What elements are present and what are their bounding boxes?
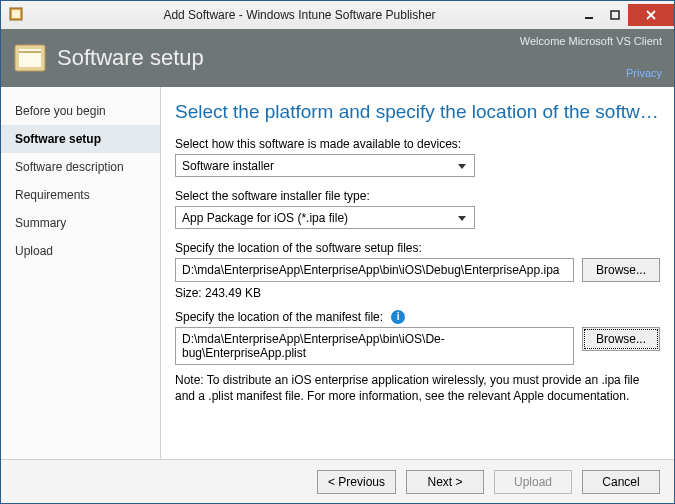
sidebar: Before you begin Software setup Software… [1, 87, 161, 459]
previous-button[interactable]: < Previous [317, 470, 396, 494]
filetype-label: Select the software installer file type: [175, 189, 660, 203]
manifest-location-label: Specify the location of the manifest fil… [175, 310, 383, 324]
titlebar: Add Software - Windows Intune Software P… [1, 1, 674, 29]
sidebar-item-requirements[interactable]: Requirements [1, 181, 160, 209]
maximize-button[interactable] [602, 4, 628, 26]
page-title: Select the platform and specify the loca… [175, 101, 660, 123]
filetype-select[interactable]: App Package for iOS (*.ipa file) [175, 206, 475, 229]
svg-rect-8 [19, 51, 41, 53]
banner: Software setup Welcome Microsoft VS Clie… [1, 29, 674, 87]
sidebar-item-upload[interactable]: Upload [1, 237, 160, 265]
body: Before you begin Software setup Software… [1, 87, 674, 459]
sidebar-item-software-description[interactable]: Software description [1, 153, 160, 181]
filetype-value: App Package for iOS (*.ipa file) [182, 211, 348, 225]
main-panel: Select the platform and specify the loca… [161, 87, 674, 459]
banner-title: Software setup [57, 45, 204, 71]
banner-icon [13, 41, 47, 75]
manifest-location-value: D:\mda\EnterpriseApp\EnterpriseApp\bin\i… [182, 332, 445, 360]
sidebar-item-summary[interactable]: Summary [1, 209, 160, 237]
cancel-button[interactable]: Cancel [582, 470, 660, 494]
window-root: Add Software - Windows Intune Software P… [0, 0, 675, 504]
setup-location-label: Specify the location of the software set… [175, 241, 660, 255]
browse-manifest-button[interactable]: Browse... [582, 327, 660, 351]
sidebar-item-software-setup[interactable]: Software setup [1, 125, 160, 153]
welcome-text: Welcome Microsoft VS Client [520, 35, 662, 47]
minimize-button[interactable] [576, 4, 602, 26]
availability-label: Select how this software is made availab… [175, 137, 660, 151]
note-text: Note: To distribute an iOS enterprise ap… [175, 373, 660, 404]
upload-button: Upload [494, 470, 572, 494]
browse-setup-button[interactable]: Browse... [582, 258, 660, 282]
info-icon[interactable]: i [391, 310, 405, 324]
close-button[interactable] [628, 4, 674, 26]
svg-rect-3 [611, 11, 619, 19]
setup-location-input[interactable]: D:\mda\EnterpriseApp\EnterpriseApp\bin\i… [175, 258, 574, 282]
sidebar-item-before-you-begin[interactable]: Before you begin [1, 97, 160, 125]
availability-select[interactable]: Software installer [175, 154, 475, 177]
footer: < Previous Next > Upload Cancel [1, 459, 674, 503]
size-label: Size: 243.49 KB [175, 286, 660, 300]
privacy-link[interactable]: Privacy [520, 67, 662, 79]
next-button[interactable]: Next > [406, 470, 484, 494]
availability-value: Software installer [182, 159, 274, 173]
window-icon [9, 7, 23, 24]
manifest-location-input[interactable]: D:\mda\EnterpriseApp\EnterpriseApp\bin\i… [175, 327, 574, 365]
svg-rect-2 [585, 17, 593, 19]
setup-location-value: D:\mda\EnterpriseApp\EnterpriseApp\bin\i… [182, 263, 560, 277]
svg-rect-1 [12, 10, 20, 18]
window-title: Add Software - Windows Intune Software P… [23, 8, 576, 22]
